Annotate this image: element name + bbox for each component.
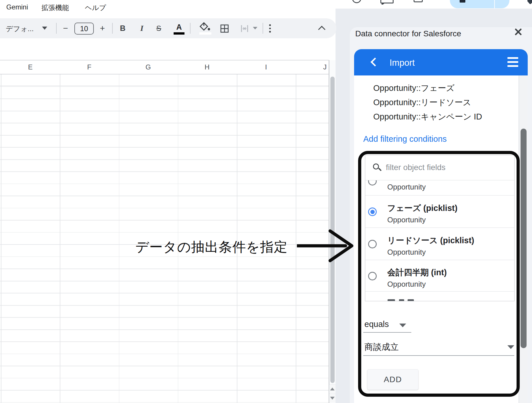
toolbar-divider bbox=[263, 23, 263, 34]
paint-bucket-icon bbox=[199, 22, 211, 31]
annotation-arrow bbox=[297, 226, 354, 266]
import-title: Import bbox=[390, 58, 415, 68]
borders-icon bbox=[220, 24, 229, 33]
column-header-J[interactable]: J bbox=[295, 60, 329, 74]
column-header-G[interactable]: G bbox=[119, 60, 178, 74]
present-icon[interactable] bbox=[414, 0, 423, 3]
strikethrough-button[interactable]: S bbox=[154, 24, 163, 33]
annotation-highlight-box bbox=[358, 151, 520, 397]
font-family-select[interactable]: デフォ... bbox=[6, 23, 34, 34]
scroll-down-icon bbox=[330, 397, 335, 400]
comment-icon[interactable] bbox=[380, 0, 395, 5]
column-header-F[interactable]: F bbox=[60, 60, 119, 74]
menu-extensions[interactable]: 拡張機能 bbox=[41, 3, 69, 12]
add-filtering-conditions-link[interactable]: Add filtering conditions bbox=[363, 134, 447, 144]
font-family-caret-icon[interactable] bbox=[42, 27, 47, 30]
menu-gemini[interactable]: Gemini bbox=[6, 3, 28, 11]
merge-cells-icon bbox=[240, 24, 249, 33]
scroll-up-icon bbox=[330, 388, 335, 390]
imported-field: Opportunity::キャンペーン ID bbox=[373, 109, 482, 124]
scroll-up-button[interactable] bbox=[329, 384, 336, 393]
scroll-down-button[interactable] bbox=[329, 394, 336, 402]
back-button[interactable] bbox=[372, 59, 378, 65]
italic-button[interactable]: I bbox=[138, 24, 146, 33]
toolbar-divider bbox=[112, 23, 113, 34]
share-button[interactable] bbox=[450, 0, 509, 8]
column-header-E[interactable]: E bbox=[1, 60, 60, 74]
fill-color-button[interactable] bbox=[199, 22, 212, 35]
merge-cells-button[interactable] bbox=[240, 24, 249, 34]
font-family-label: デフォ... bbox=[6, 24, 34, 33]
fill-color-swatch bbox=[199, 32, 211, 35]
hamburger-menu-button[interactable] bbox=[507, 57, 518, 67]
history-icon[interactable] bbox=[352, 0, 362, 4]
lock-icon bbox=[460, 0, 465, 3]
toolbar-divider bbox=[190, 23, 190, 34]
panel-scrollbar-thumb[interactable] bbox=[521, 129, 527, 348]
imported-field: Opportunity::フェーズ bbox=[373, 81, 482, 95]
text-color-button[interactable]: A bbox=[173, 23, 185, 35]
column-header-I[interactable]: I bbox=[237, 60, 295, 74]
decrease-font-button[interactable]: − bbox=[61, 24, 70, 33]
bold-button[interactable]: B bbox=[118, 24, 127, 33]
borders-button[interactable] bbox=[220, 24, 229, 35]
text-color-label: A bbox=[173, 23, 185, 31]
panel-title: Data connector for Salesforce bbox=[355, 29, 461, 38]
annotation-text: データの抽出条件を指定 bbox=[135, 238, 287, 256]
app-window: Gemini 拡張機能 ヘルプ デフォ... − 10 + B I S A bbox=[0, 0, 532, 403]
chevron-left-icon bbox=[370, 57, 379, 66]
imported-fields-list: Opportunity::フェーズ Opportunity::リードソース Op… bbox=[373, 81, 482, 124]
imported-field: Opportunity::リードソース bbox=[373, 95, 482, 109]
import-header-bar bbox=[354, 49, 528, 75]
toolbar bbox=[0, 18, 336, 38]
account-chevron-icon[interactable] bbox=[527, 0, 532, 4]
toolbar-divider bbox=[56, 23, 57, 34]
menu-help[interactable]: ヘルプ bbox=[85, 3, 106, 12]
column-header-H[interactable]: H bbox=[178, 60, 237, 74]
merge-cells-caret-icon[interactable] bbox=[253, 27, 257, 29]
more-options-button[interactable] bbox=[269, 24, 271, 33]
increase-font-button[interactable]: + bbox=[98, 24, 107, 33]
close-panel-button[interactable] bbox=[514, 28, 523, 36]
font-size-input[interactable]: 10 bbox=[74, 23, 94, 35]
share-split-divider bbox=[494, 0, 495, 8]
text-color-swatch bbox=[174, 32, 184, 35]
column-header-row: E F G H I J bbox=[0, 60, 329, 74]
